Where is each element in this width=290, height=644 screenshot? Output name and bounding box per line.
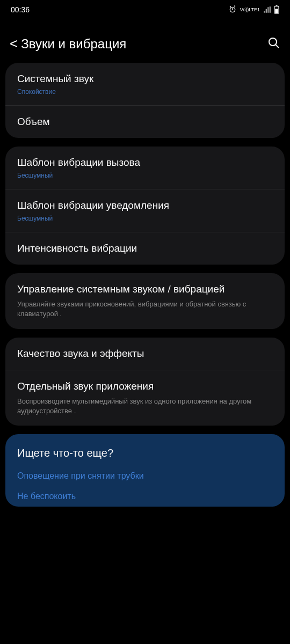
row-description: Воспроизводите мультимедийный звук из од… <box>17 397 273 416</box>
signal-icon <box>263 6 271 13</box>
volte-icon: Vo))LTE1 <box>240 8 260 12</box>
battery-icon <box>274 5 279 14</box>
row-subtitle: Бесшумный <box>17 172 273 179</box>
search-icon[interactable] <box>267 36 280 52</box>
row-title: Шаблон вибрации вызова <box>17 156 273 170</box>
sound-group: Системный звук Спокойствие Объем <box>5 63 285 138</box>
vibration-group: Шаблон вибрации вызова Бесшумный Шаблон … <box>5 147 285 265</box>
quality-group: Качество звука и эффекты Отдельный звук … <box>5 338 285 426</box>
row-subtitle: Спокойствие <box>17 88 273 96</box>
suggestions-group: Ищете что-то еще? Оповещение при снятии … <box>5 434 285 507</box>
system-sound-row[interactable]: Системный звук Спокойствие <box>5 63 285 106</box>
system-sound-control-row[interactable]: Управление системным звуком / вибрацией … <box>5 273 285 328</box>
suggestion-link-offhook[interactable]: Оповещение при снятии трубки <box>5 466 285 486</box>
status-bar: 00:36 Vo))LTE1 <box>0 0 290 19</box>
row-description: Управляйте звуками прикосновений, вибрац… <box>17 299 273 319</box>
back-icon: < <box>10 35 18 52</box>
status-time: 00:36 <box>11 5 30 14</box>
volume-row[interactable]: Объем <box>5 106 285 138</box>
row-title: Шаблон вибрации уведомления <box>17 199 273 213</box>
page-title: Звуки и вибрация <box>21 36 126 52</box>
row-title: Объем <box>17 115 273 129</box>
notification-vibration-row[interactable]: Шаблон вибрации уведомления Бесшумный <box>5 189 285 232</box>
app-sound-row[interactable]: Отдельный звук приложения Воспроизводите… <box>5 370 285 426</box>
page-header: < Звуки и вибрация <box>0 19 290 63</box>
sound-quality-row[interactable]: Качество звука и эффекты <box>5 338 285 371</box>
system-control-group: Управление системным звуком / вибрацией … <box>5 273 285 328</box>
suggestions-title: Ищете что-то еще? <box>5 434 285 466</box>
row-subtitle: Бесшумный <box>17 215 273 222</box>
call-vibration-row[interactable]: Шаблон вибрации вызова Бесшумный <box>5 147 285 189</box>
alarm-icon <box>228 5 237 14</box>
header-back-area[interactable]: < Звуки и вибрация <box>10 35 126 52</box>
svg-rect-1 <box>276 5 277 6</box>
row-title: Интенсивность вибрации <box>17 242 273 255</box>
svg-line-4 <box>276 45 279 48</box>
status-icons: Vo))LTE1 <box>228 5 279 14</box>
vibration-intensity-row[interactable]: Интенсивность вибрации <box>5 232 285 265</box>
svg-rect-2 <box>275 9 278 13</box>
svg-point-3 <box>269 38 277 46</box>
row-title: Качество звука и эффекты <box>17 347 273 361</box>
suggestion-link-dnd[interactable]: Не беспокоить <box>5 486 285 507</box>
row-title: Управление системным звуком / вибрацией <box>17 283 273 296</box>
row-title: Отдельный звук приложения <box>17 380 273 393</box>
row-title: Системный звук <box>17 72 273 86</box>
settings-content: Системный звук Спокойствие Объем Шаблон … <box>0 63 290 507</box>
